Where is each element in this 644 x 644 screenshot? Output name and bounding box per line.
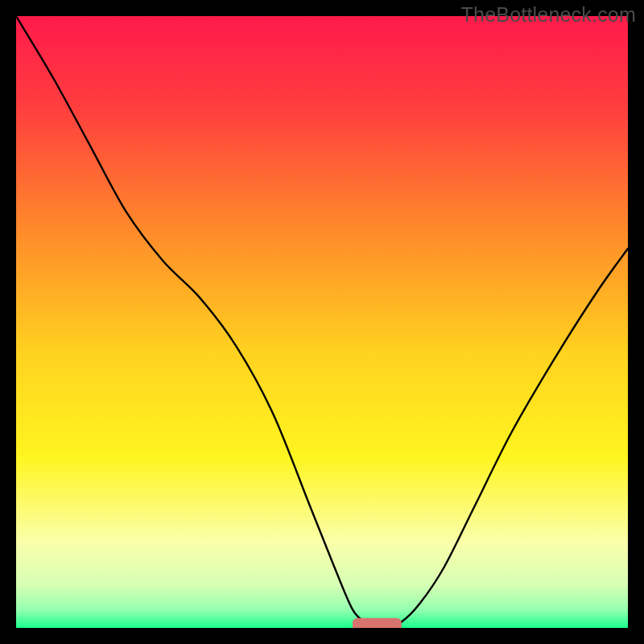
chart-frame: TheBottleneck.com xyxy=(0,0,644,644)
optimal-range-marker xyxy=(353,618,402,628)
watermark-text: TheBottleneck.com xyxy=(461,3,636,27)
bottleneck-chart xyxy=(16,16,628,628)
plot-area xyxy=(16,16,628,628)
